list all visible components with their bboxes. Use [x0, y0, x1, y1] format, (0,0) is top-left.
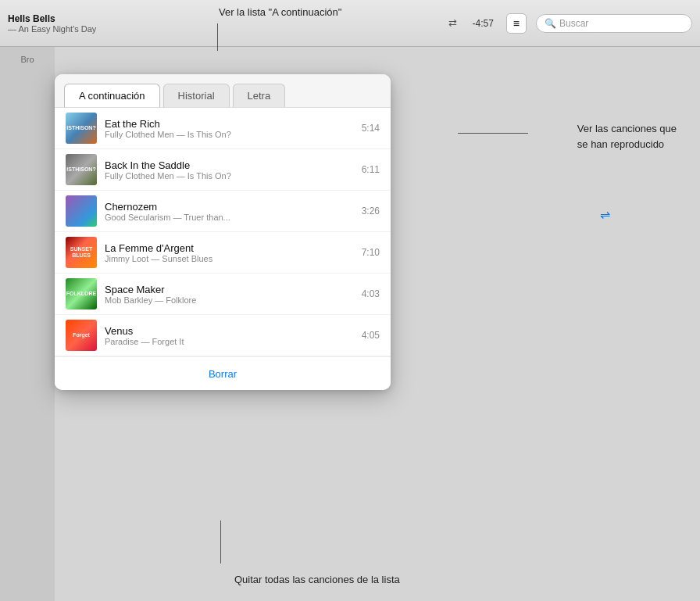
queue-popup: A continuación Historial Letra ISTHISON?…: [55, 74, 391, 390]
album-art: FOLKLORE: [66, 278, 97, 309]
art-label: ISTHISON?: [66, 154, 97, 185]
song-duration: 4:05: [362, 330, 380, 341]
song-title: Chernozem: [105, 201, 354, 213]
annotation-bottom-line: [220, 521, 221, 563]
annotation-right-line2: se han reproducido: [577, 137, 677, 152]
song-duration: 5:14: [362, 123, 380, 134]
clear-button[interactable]: Borrar: [209, 368, 237, 380]
song-duration: 6:11: [362, 164, 380, 175]
song-artist: Paradise — Forget It: [105, 337, 354, 346]
repeat-button[interactable]: ⇄: [445, 16, 460, 30]
top-bar: Hells Bells — An Easy Night's Day ⇄ -4:5…: [0, 0, 700, 47]
sidebar-label: Bro: [0, 47, 55, 72]
time-display: -4:57: [466, 18, 494, 29]
annotation-top: Ver la lista "A continuación": [219, 6, 341, 18]
song-item[interactable]: ISTHISON? Eat the Rich Fully Clothed Men…: [55, 108, 391, 149]
song-info: Back In the Saddle Fully Clothed Men — I…: [105, 159, 354, 181]
search-icon: 🔍: [545, 18, 556, 29]
song-item[interactable]: SUNSET BLUES La Femme d'Argent Jimmy Loo…: [55, 232, 391, 274]
song-info: Space Maker Mob Barkley — Folklore: [105, 284, 354, 305]
annotation-bottom: Quitar todas las canciones de la lista: [234, 574, 400, 585]
shuffle-icon[interactable]: ⇌: [600, 207, 610, 222]
song-info: Eat the Rich Fully Clothed Men — Is This…: [105, 118, 354, 139]
search-placeholder: Buscar: [559, 18, 588, 29]
art-label: ISTHISON?: [66, 113, 97, 144]
annotation-right: Ver las canciones que se han reproducido: [577, 121, 677, 152]
song-info: Chernozem Good Secularism — Truer than..…: [105, 201, 354, 222]
tab-lyrics[interactable]: Letra: [233, 84, 286, 107]
album-art: SUNSET BLUES: [66, 237, 97, 268]
album-art: ISTHISON?: [66, 154, 97, 185]
song-artist: Good Secularism — Truer than...: [105, 213, 354, 222]
art-label: FOLKLORE: [66, 278, 97, 309]
album-art: ISTHISON?: [66, 113, 97, 144]
tab-up-next[interactable]: A continuación: [64, 84, 160, 107]
queue-icon: ≡: [513, 17, 520, 30]
song-item[interactable]: Forget Venus Paradise — Forget It 4:05: [55, 315, 391, 356]
annotation-top-line: [217, 23, 218, 51]
annotation-right-line: [458, 133, 528, 134]
annotation-right-line1: Ver las canciones que: [577, 121, 677, 137]
now-playing-subtitle: — An Easy Night's Day: [8, 24, 439, 34]
song-artist: Fully Clothed Men — Is This On?: [105, 171, 354, 181]
song-title: Venus: [105, 325, 354, 337]
art-label: Forget: [66, 320, 97, 351]
search-bar[interactable]: 🔍 Buscar: [536, 14, 692, 33]
song-item[interactable]: Chernozem Good Secularism — Truer than..…: [55, 191, 391, 232]
song-item[interactable]: FOLKLORE Space Maker Mob Barkley — Folkl…: [55, 274, 391, 315]
song-duration: 7:10: [362, 247, 380, 258]
art-label: SUNSET BLUES: [66, 237, 97, 268]
song-list: ISTHISON? Eat the Rich Fully Clothed Men…: [55, 108, 391, 356]
song-item[interactable]: ISTHISON? Back In the Saddle Fully Cloth…: [55, 149, 391, 191]
sidebar: Bro: [0, 47, 55, 601]
album-art: Forget: [66, 320, 97, 351]
song-artist: Fully Clothed Men — Is This On?: [105, 130, 354, 139]
song-title: Back In the Saddle: [105, 159, 354, 171]
song-artist: Mob Barkley — Folklore: [105, 295, 354, 305]
tabs-container: A continuación Historial Letra: [55, 74, 391, 108]
queue-button[interactable]: ≡: [506, 13, 527, 34]
song-duration: 3:26: [362, 206, 380, 216]
song-info: La Femme d'Argent Jimmy Loot — Sunset Bl…: [105, 242, 354, 263]
song-artist: Jimmy Loot — Sunset Blues: [105, 254, 354, 263]
album-art: [66, 195, 97, 227]
clear-section: Borrar: [55, 356, 391, 390]
song-info: Venus Paradise — Forget It: [105, 325, 354, 346]
song-title: Eat the Rich: [105, 118, 354, 130]
song-title: La Femme d'Argent: [105, 242, 354, 254]
song-duration: 4:03: [362, 288, 380, 299]
song-title: Space Maker: [105, 284, 354, 295]
tab-history[interactable]: Historial: [163, 84, 230, 107]
art-label: [66, 195, 97, 227]
